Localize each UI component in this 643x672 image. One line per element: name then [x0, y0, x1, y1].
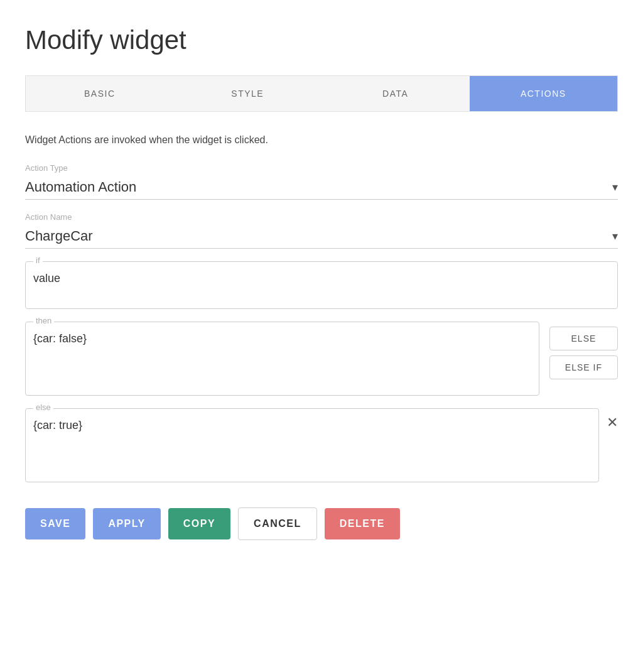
if-legend: if: [33, 256, 43, 265]
action-type-dropdown[interactable]: Automation Action ▾: [25, 175, 618, 200]
action-type-arrow-icon: ▾: [612, 180, 618, 194]
action-type-label: Action Type: [25, 163, 618, 173]
else-fieldset: else: [25, 408, 599, 482]
action-name-dropdown[interactable]: ChargeCar ▾: [25, 224, 618, 249]
action-name-arrow-icon: ▾: [612, 229, 618, 243]
else-section: else ✕: [25, 408, 618, 482]
action-name-label: Action Name: [25, 212, 618, 222]
if-section: if: [25, 261, 618, 309]
tab-basic[interactable]: BASIC: [26, 76, 174, 111]
page-title: Modify widget: [25, 25, 618, 55]
copy-button[interactable]: COPY: [168, 508, 230, 539]
then-section: then ELSE ELSE IF: [25, 322, 618, 396]
else-legend: else: [33, 403, 53, 412]
tab-data[interactable]: DATA: [322, 76, 470, 111]
delete-button[interactable]: DELETE: [325, 508, 400, 539]
description-text: Widget Actions are invoked when the widg…: [25, 134, 618, 146]
apply-button[interactable]: APPLY: [93, 508, 160, 539]
tab-actions[interactable]: ACTIONS: [470, 76, 618, 111]
tabs-bar: BASIC STYLE DATA ACTIONS: [25, 75, 618, 112]
then-buttons-group: ELSE ELSE IF: [549, 322, 618, 379]
else-if-button[interactable]: ELSE IF: [549, 355, 618, 379]
if-fieldset: if: [25, 261, 618, 309]
else-button[interactable]: ELSE: [549, 327, 618, 350]
if-input[interactable]: [33, 272, 610, 298]
else-close-button[interactable]: ✕: [607, 408, 618, 431]
then-input[interactable]: [33, 332, 531, 385]
footer-buttons: SAVE APPLY COPY CANCEL DELETE: [25, 507, 618, 540]
action-name-value: ChargeCar: [25, 228, 612, 244]
then-fieldset: then: [25, 322, 539, 396]
action-name-field: Action Name ChargeCar ▾: [25, 212, 618, 249]
action-type-field: Action Type Automation Action ▾: [25, 163, 618, 200]
then-legend: then: [33, 316, 54, 325]
else-input[interactable]: [33, 419, 591, 472]
cancel-button[interactable]: CANCEL: [238, 507, 317, 540]
action-type-value: Automation Action: [25, 179, 612, 195]
tab-style[interactable]: STYLE: [174, 76, 322, 111]
save-button[interactable]: SAVE: [25, 508, 85, 539]
